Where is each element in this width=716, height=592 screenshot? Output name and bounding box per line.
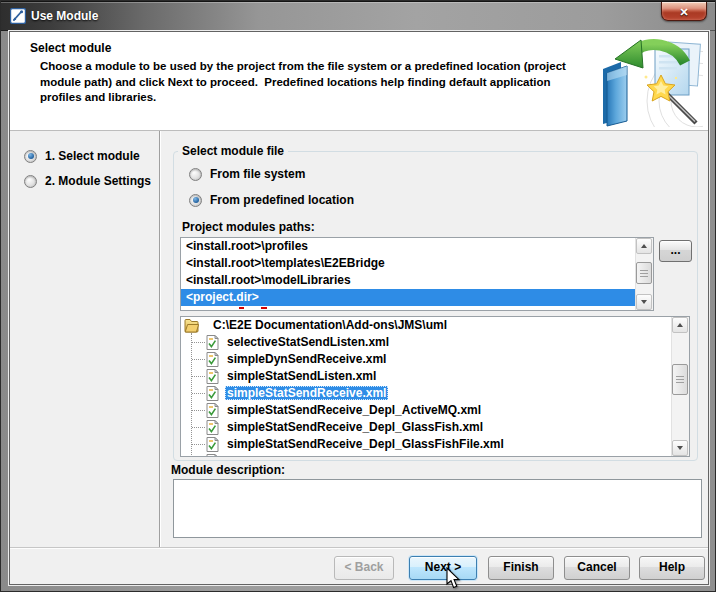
radio-from-file-system[interactable]: From file system [189, 167, 305, 181]
step1-label: 1. Select module [45, 149, 140, 163]
step1-radio-icon [24, 150, 37, 163]
scrollbar-thumb[interactable] [672, 364, 688, 395]
scroll-up-button[interactable] [636, 238, 652, 254]
radio-from-predefined-location-label: From predefined location [210, 193, 354, 207]
tree-file-row-clipped[interactable]: simpleStatSendReceive_Depl_WebLogic.xml [181, 453, 672, 456]
tree-root-row[interactable]: C:\E2E Documentation\Add-ons\JMS\uml [181, 317, 672, 334]
module-description-field[interactable] [173, 479, 702, 538]
xml-file-icon [206, 454, 219, 456]
help-button[interactable]: Help [639, 556, 705, 580]
triangle-down-icon [677, 446, 683, 450]
window-title: Use Module [31, 2, 98, 30]
close-icon: ✕ [679, 6, 688, 18]
triangle-up-icon [677, 323, 683, 327]
tree-scrollbar[interactable] [671, 317, 689, 456]
close-button[interactable]: ✕ [661, 2, 707, 21]
scroll-up-button[interactable] [672, 317, 688, 333]
radio-icon-unselected [189, 168, 202, 181]
module-files-tree[interactable]: C:\E2E Documentation\Add-ons\JMS\uml sel… [180, 316, 690, 457]
project-modules-paths-label: Project modules paths: [182, 220, 315, 234]
xml-file-icon [206, 403, 219, 418]
use-module-window: { "window": { "title": "Use Module", "cl… [0, 0, 716, 592]
radio-from-file-system-label: From file system [210, 167, 305, 181]
mouse-cursor-icon [446, 567, 462, 591]
xml-file-icon [206, 437, 219, 452]
paths-scrollbar[interactable] [635, 238, 653, 310]
path-item-selected[interactable]: <project.dir> [181, 289, 636, 306]
tree-file-row[interactable]: selectiveStatSendListen.xml [181, 334, 672, 351]
tree-file-row-selected[interactable]: simpleStatSendReceive.xml [181, 385, 672, 402]
tree-viewport: C:\E2E Documentation\Add-ons\JMS\uml sel… [181, 317, 672, 456]
project-modules-paths-list[interactable]: <install.root>\profiles <install.root>\t… [180, 237, 654, 311]
triangle-down-icon [641, 300, 647, 304]
dialog-surface: Select module Choose a module to be used… [9, 31, 709, 585]
scrollbar-thumb[interactable] [636, 262, 652, 284]
scroll-down-button[interactable] [636, 294, 652, 310]
path-item[interactable]: <install.root>\templates\E2EBridge [181, 255, 636, 272]
tree-file-row[interactable]: simpleStatSendReceive_Depl_GlassFish.xml [181, 419, 672, 436]
app-icon [10, 8, 26, 24]
xml-file-icon [206, 369, 219, 384]
xml-file-icon [206, 386, 219, 401]
button-bar: < Back Next > Finish Cancel Help [10, 547, 708, 584]
tree-file-row[interactable]: simpleStatSendReceive_Depl_ActiveMQ.xml [181, 402, 672, 419]
triangle-up-icon [641, 244, 647, 248]
sidebar-divider [159, 131, 160, 547]
step-select-module[interactable]: 1. Select module [24, 149, 140, 163]
tree-file-row[interactable]: simpleStatSendReceive_Depl_GlassFishFile… [181, 436, 672, 453]
path-item[interactable]: <install.root>\modelLibraries [181, 272, 636, 289]
wizard-header: Select module Choose a module to be used… [10, 32, 708, 131]
tree-file-label: selectiveStatSendListen.xml [225, 335, 391, 349]
tree-file-row[interactable]: simpleDynSendReceive.xml [181, 351, 672, 368]
group-title: Select module file [178, 144, 288, 158]
back-button: < Back [334, 556, 394, 580]
tree-file-label: simpleStatSendReceive_Depl_GlassFishFile… [225, 437, 506, 451]
tree-file-label-selected: simpleStatSendReceive.xml [225, 386, 388, 400]
step2-label: 2. Module Settings [45, 174, 151, 188]
xml-file-icon [206, 352, 219, 367]
tree-file-label: simpleStatSendReceive_Depl_WebLogic.xml [225, 454, 485, 456]
folder-icon [184, 317, 199, 333]
tree-root-label: C:\E2E Documentation\Add-ons\JMS\uml [213, 318, 447, 332]
tree-file-label: simpleStatSendReceive_Depl_GlassFish.xml [225, 420, 485, 434]
step-module-settings[interactable]: 2. Module Settings [24, 174, 151, 188]
xml-file-icon [206, 420, 219, 435]
scroll-down-button[interactable] [672, 440, 688, 456]
path-item[interactable]: <install.root>\profiles [181, 238, 636, 255]
page-description: Choose a module to be used by the projec… [40, 59, 592, 106]
tree-file-label: simpleStatSendReceive_Depl_ActiveMQ.xml [225, 403, 483, 417]
title-bar[interactable]: Use Module ✕ [1, 1, 716, 31]
wizard-art-icon [597, 35, 703, 127]
radio-from-predefined-location[interactable]: From predefined location [189, 193, 354, 207]
step2-radio-icon [24, 175, 37, 188]
xml-file-icon [206, 335, 219, 350]
page-title: Select module [30, 41, 111, 55]
browse-path-button[interactable]: ... [659, 240, 692, 262]
tree-file-row[interactable]: simpleStatSendListen.xml [181, 368, 672, 385]
finish-button[interactable]: Finish [488, 556, 554, 580]
next-button[interactable]: Next > [409, 556, 477, 580]
module-description-label: Module description: [171, 463, 285, 477]
tree-file-label: simpleStatSendListen.xml [225, 369, 378, 383]
clipped-path-item [239, 307, 283, 309]
tree-file-label: simpleDynSendReceive.xml [225, 352, 388, 366]
cancel-button[interactable]: Cancel [564, 556, 630, 580]
radio-icon-selected [189, 194, 202, 207]
